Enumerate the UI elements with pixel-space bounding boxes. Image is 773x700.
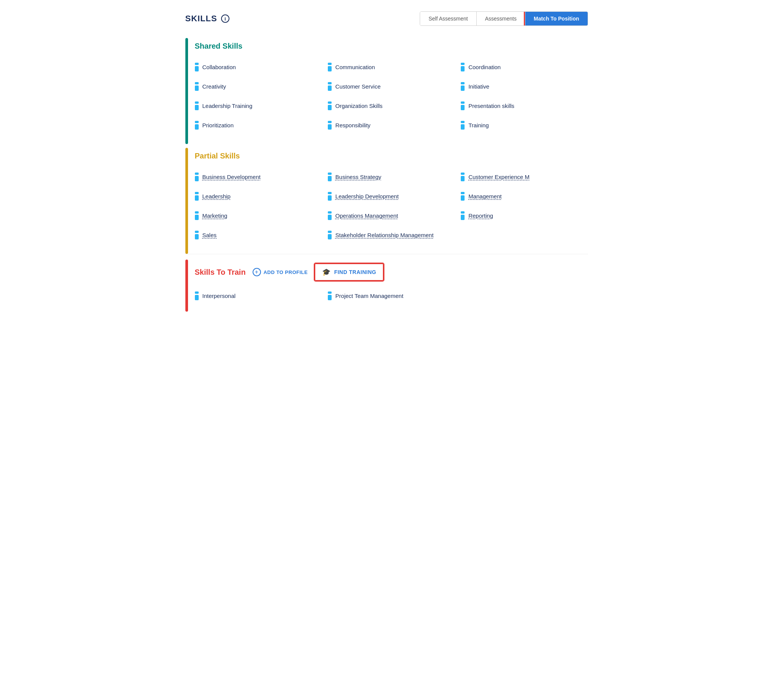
skill-name: Stakeholder Relationship Management bbox=[336, 232, 434, 238]
list-item[interactable]: Training bbox=[461, 117, 588, 133]
header: SKILLS i Self Assessment Assessments Mat… bbox=[185, 12, 588, 26]
skill-name: Reporting bbox=[468, 212, 493, 219]
page-container: SKILLS i Self Assessment Assessments Mat… bbox=[178, 0, 595, 327]
skill-name: Presentation skills bbox=[468, 103, 514, 109]
tab-match-to-position[interactable]: Match To Position bbox=[525, 12, 588, 25]
list-item[interactable]: Marketing bbox=[195, 208, 322, 224]
partial-skills-content: Partial Skills Business Development Busi… bbox=[195, 148, 588, 254]
skill-name: Operations Management bbox=[336, 212, 398, 219]
skill-name: Training bbox=[468, 122, 489, 128]
skills-to-train-heading: Skills To Train bbox=[195, 268, 246, 277]
skill-bar-icon bbox=[195, 121, 199, 130]
add-to-profile-label: ADD TO PROFILE bbox=[264, 269, 308, 275]
list-item[interactable]: Sales bbox=[195, 227, 322, 243]
list-item[interactable]: Creativity bbox=[195, 78, 322, 95]
skill-bar-icon bbox=[328, 211, 332, 220]
skill-bar-icon bbox=[195, 231, 199, 239]
skill-bar-icon bbox=[195, 192, 199, 201]
list-item[interactable]: Management bbox=[461, 188, 588, 204]
skill-name: Leadership bbox=[202, 193, 230, 199]
list-item[interactable]: Interpersonal bbox=[195, 288, 322, 304]
list-item[interactable]: Leadership bbox=[195, 188, 322, 204]
skill-bar-icon bbox=[328, 231, 332, 239]
list-item[interactable]: Business Development bbox=[195, 169, 322, 185]
list-item[interactable]: Responsibility bbox=[328, 117, 455, 133]
skill-bar-icon bbox=[195, 102, 199, 110]
list-item[interactable]: Prioritization bbox=[195, 117, 322, 133]
skill-name: Prioritization bbox=[202, 122, 234, 128]
shared-skills-heading: Shared Skills bbox=[195, 42, 588, 51]
list-item[interactable]: Communication bbox=[328, 59, 455, 75]
skill-bar-icon bbox=[461, 121, 465, 130]
list-item[interactable]: Presentation skills bbox=[461, 98, 588, 114]
skill-bar-icon bbox=[328, 102, 332, 110]
list-item bbox=[461, 227, 588, 243]
skill-name: Customer Service bbox=[336, 83, 381, 90]
skill-bar-icon bbox=[195, 173, 199, 181]
info-icon[interactable]: i bbox=[221, 15, 229, 23]
list-item[interactable]: Coordination bbox=[461, 59, 588, 75]
find-training-button[interactable]: 🎓 FIND TRAINING bbox=[314, 264, 384, 281]
header-left: SKILLS i bbox=[185, 14, 229, 23]
partial-skills-grid: Business Development Business Strategy C… bbox=[195, 169, 588, 243]
list-item[interactable]: Operations Management bbox=[328, 208, 455, 224]
skill-name: Business Development bbox=[202, 174, 261, 180]
list-item[interactable]: Leadership Development bbox=[328, 188, 455, 204]
skill-bar-icon bbox=[328, 121, 332, 130]
shared-skills-section: Shared Skills Collaboration Communicatio… bbox=[185, 38, 588, 144]
skill-name: Coordination bbox=[468, 64, 501, 70]
skills-to-train-grid: Interpersonal Project Team Management bbox=[195, 288, 588, 304]
skill-bar-icon bbox=[195, 292, 199, 300]
page-title: SKILLS bbox=[185, 14, 217, 23]
skill-bar-icon bbox=[461, 82, 465, 91]
train-section-header: Skills To Train + ADD TO PROFILE 🎓 FIND … bbox=[195, 264, 588, 281]
tab-assessments[interactable]: Assessments bbox=[477, 12, 525, 25]
skill-bar-icon bbox=[328, 173, 332, 181]
list-item[interactable]: Stakeholder Relationship Management bbox=[328, 227, 455, 243]
train-border bbox=[185, 260, 188, 311]
shared-border bbox=[185, 38, 188, 144]
skill-bar-icon bbox=[328, 192, 332, 201]
skill-bar-icon bbox=[461, 63, 465, 71]
partial-border bbox=[185, 148, 188, 254]
skill-bar-icon bbox=[461, 102, 465, 110]
skill-bar-icon bbox=[328, 82, 332, 91]
list-item[interactable]: Initiative bbox=[461, 78, 588, 95]
partial-skills-heading: Partial Skills bbox=[195, 152, 588, 160]
skill-bar-icon bbox=[328, 292, 332, 300]
skill-name: Interpersonal bbox=[202, 293, 236, 299]
skill-bar-icon bbox=[328, 63, 332, 71]
skills-to-train-section: Skills To Train + ADD TO PROFILE 🎓 FIND … bbox=[185, 260, 588, 311]
skill-name: Creativity bbox=[202, 83, 226, 90]
skill-name: Sales bbox=[202, 232, 217, 238]
tab-group: Self Assessment Assessments Match To Pos… bbox=[420, 12, 588, 26]
skill-name: Responsibility bbox=[336, 122, 371, 128]
skill-name: Management bbox=[468, 193, 502, 199]
skill-bar-icon bbox=[195, 211, 199, 220]
list-item[interactable]: Customer Experience M bbox=[461, 169, 588, 185]
tab-self-assessment[interactable]: Self Assessment bbox=[420, 12, 477, 25]
find-training-label: FIND TRAINING bbox=[334, 269, 377, 275]
shared-skills-grid: Collaboration Communication Coordination bbox=[195, 59, 588, 133]
list-item[interactable]: Leadership Training bbox=[195, 98, 322, 114]
skill-name: Collaboration bbox=[202, 64, 236, 70]
list-item[interactable]: Customer Service bbox=[328, 78, 455, 95]
skill-name: Leadership Development bbox=[336, 193, 399, 199]
partial-skills-section: Partial Skills Business Development Busi… bbox=[185, 148, 588, 254]
skill-name: Project Team Management bbox=[336, 293, 403, 299]
skill-bar-icon bbox=[195, 63, 199, 71]
list-item[interactable]: Project Team Management bbox=[328, 288, 455, 304]
list-item[interactable]: Business Strategy bbox=[328, 169, 455, 185]
skill-bar-icon bbox=[461, 173, 465, 181]
list-item[interactable]: Collaboration bbox=[195, 59, 322, 75]
skills-to-train-content: Skills To Train + ADD TO PROFILE 🎓 FIND … bbox=[195, 260, 588, 311]
skill-name: Leadership Training bbox=[202, 103, 253, 109]
add-circle-icon: + bbox=[253, 268, 261, 276]
graduation-cap-icon: 🎓 bbox=[322, 268, 331, 276]
skill-name: Initiative bbox=[468, 83, 489, 90]
add-to-profile-button[interactable]: + ADD TO PROFILE bbox=[253, 268, 308, 276]
shared-skills-content: Shared Skills Collaboration Communicatio… bbox=[195, 38, 588, 144]
list-item[interactable]: Reporting bbox=[461, 208, 588, 224]
list-item[interactable]: Organization Skills bbox=[328, 98, 455, 114]
skill-name: Marketing bbox=[202, 212, 227, 219]
